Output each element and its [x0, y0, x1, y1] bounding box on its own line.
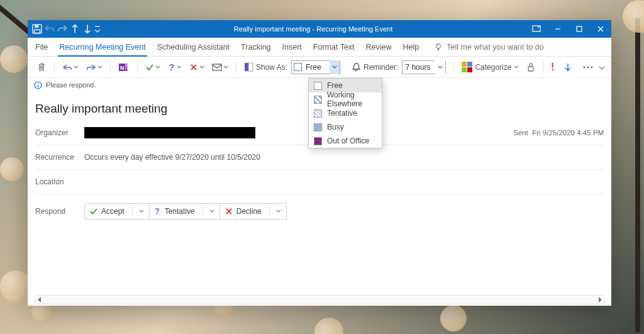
- svg-rect-22: [248, 63, 253, 71]
- close-button[interactable]: [590, 20, 611, 38]
- window-title: Really important meeting - Recurring Mee…: [101, 25, 526, 33]
- svg-point-25: [584, 66, 586, 68]
- redo-icon[interactable]: [57, 23, 68, 35]
- chevron-down-icon: [74, 63, 79, 72]
- menu-file[interactable]: File: [34, 39, 49, 55]
- show-as-option-working-elsewhere[interactable]: Working Elsewhere: [309, 92, 382, 106]
- show-as-option-out-of-office[interactable]: Out of Office: [309, 134, 382, 148]
- save-icon[interactable]: [31, 23, 43, 35]
- blossom-deco: [0, 157, 24, 181]
- menu-format-text[interactable]: Format Text: [312, 39, 356, 55]
- categorize-icon: [462, 62, 472, 72]
- horizontal-scrollbar[interactable]: [34, 295, 605, 304]
- chevron-down-icon: [155, 63, 160, 72]
- high-importance-button[interactable]: !: [548, 59, 558, 75]
- chevron-down-icon: [599, 65, 605, 71]
- envelope-icon: [212, 63, 222, 72]
- chevron-down-icon[interactable]: [139, 208, 144, 214]
- chevron-down-icon[interactable]: [209, 208, 214, 214]
- more-button[interactable]: [580, 59, 596, 75]
- menu-review[interactable]: Review: [365, 39, 393, 55]
- reminder-combo[interactable]: 7 hours: [402, 60, 446, 74]
- blossom-deco: [0, 45, 28, 73]
- location-label: Location: [35, 177, 84, 186]
- undo-icon[interactable]: [44, 23, 55, 35]
- menu-scheduling-assistant[interactable]: Scheduling Assistant: [156, 39, 231, 55]
- show-as-option-label: Free: [327, 81, 343, 90]
- chevron-down-icon[interactable]: [435, 60, 445, 74]
- show-as-option-tentative[interactable]: Tentative: [309, 106, 382, 120]
- chevron-down-icon[interactable]: [276, 208, 281, 214]
- chevron-down-icon: [223, 63, 228, 72]
- menu-recurring-meeting-event[interactable]: Recurring Meeting Event: [58, 38, 147, 57]
- chevron-down-icon[interactable]: [330, 60, 340, 74]
- blossom-deco: [0, 270, 31, 302]
- exclamation-icon: !: [551, 62, 556, 73]
- show-as-value: Free: [303, 63, 330, 72]
- respond-decline-button[interactable]: Decline: [219, 203, 287, 220]
- chevron-down-icon: [97, 63, 103, 72]
- menu-insert[interactable]: Insert: [281, 39, 303, 55]
- svg-point-26: [587, 66, 589, 68]
- respond-tentative-button[interactable]: ? Tentative: [149, 203, 220, 220]
- scroll-left-icon[interactable]: [35, 296, 44, 304]
- ribbon-display-options-icon[interactable]: [526, 20, 547, 38]
- svg-rect-6: [577, 26, 582, 31]
- qat-customize-icon[interactable]: [94, 23, 101, 35]
- out-of-office-swatch-icon: [314, 137, 322, 145]
- low-importance-button[interactable]: [561, 59, 575, 75]
- sent-value: Fri 9/25/2020 4:45 PM: [532, 129, 604, 136]
- blossom-deco: [623, 0, 644, 33]
- lock-icon: [526, 62, 535, 72]
- show-as-control: Show As: Free: [242, 59, 343, 75]
- minimize-button[interactable]: [547, 20, 569, 38]
- svg-rect-1: [35, 25, 38, 28]
- show-as-option-busy[interactable]: Busy: [309, 120, 382, 134]
- chevron-down-icon: [514, 63, 519, 72]
- svg-text:?: ?: [169, 62, 174, 72]
- respond-accept-button[interactable]: Accept: [84, 203, 150, 220]
- menu-help[interactable]: Help: [402, 39, 421, 55]
- tell-me[interactable]: [434, 43, 560, 52]
- svg-text:N: N: [120, 65, 125, 71]
- show-as-label: Show As:: [256, 63, 287, 72]
- show-as-option-label: Working Elsewhere: [327, 91, 377, 108]
- accept-button[interactable]: [143, 59, 163, 75]
- svg-rect-23: [528, 67, 533, 71]
- x-icon: [225, 208, 233, 215]
- svg-point-9: [436, 44, 441, 48]
- respond-accept-label: Accept: [101, 207, 125, 216]
- onenote-button[interactable]: N: [116, 59, 132, 75]
- show-as-swatch-icon: [294, 63, 302, 71]
- tentative-button[interactable]: ?: [165, 59, 184, 75]
- down-arrow-icon[interactable]: [82, 23, 93, 35]
- window-controls: [547, 20, 611, 38]
- decline-button[interactable]: [187, 59, 207, 75]
- scroll-right-icon[interactable]: [595, 296, 604, 304]
- respond-mail-button[interactable]: [209, 59, 231, 75]
- categorize-button[interactable]: Categorize: [459, 59, 521, 75]
- menu-tracking[interactable]: Tracking: [240, 39, 272, 55]
- working-elsewhere-swatch-icon: [314, 96, 322, 104]
- reply-button[interactable]: [60, 59, 81, 75]
- tell-me-input[interactable]: [447, 43, 560, 52]
- forward-button[interactable]: [84, 59, 105, 75]
- private-button[interactable]: [524, 59, 538, 75]
- svg-rect-20: [213, 64, 221, 70]
- svg-rect-21: [245, 63, 248, 71]
- location-row: Location: [35, 172, 604, 191]
- show-as-combo[interactable]: Free: [291, 60, 340, 74]
- reminder-control: Reminder: 7 hours: [349, 59, 448, 75]
- show-as-option-label: Busy: [327, 123, 344, 131]
- quick-access-toolbar: [28, 23, 101, 35]
- respond-tentative-label: Tentative: [165, 207, 195, 216]
- titlebar: Really important meeting - Recurring Mee…: [28, 20, 611, 38]
- question-icon: ?: [155, 207, 161, 216]
- check-icon: [145, 63, 154, 72]
- delete-button[interactable]: [34, 59, 49, 75]
- maximize-button[interactable]: [569, 20, 590, 38]
- ribbon-collapse-button[interactable]: [596, 60, 608, 76]
- up-arrow-icon[interactable]: [69, 23, 80, 35]
- recurrence-value: Occurs every day effective 9/27/2020 unt…: [84, 153, 260, 162]
- svg-text:?: ?: [155, 207, 160, 216]
